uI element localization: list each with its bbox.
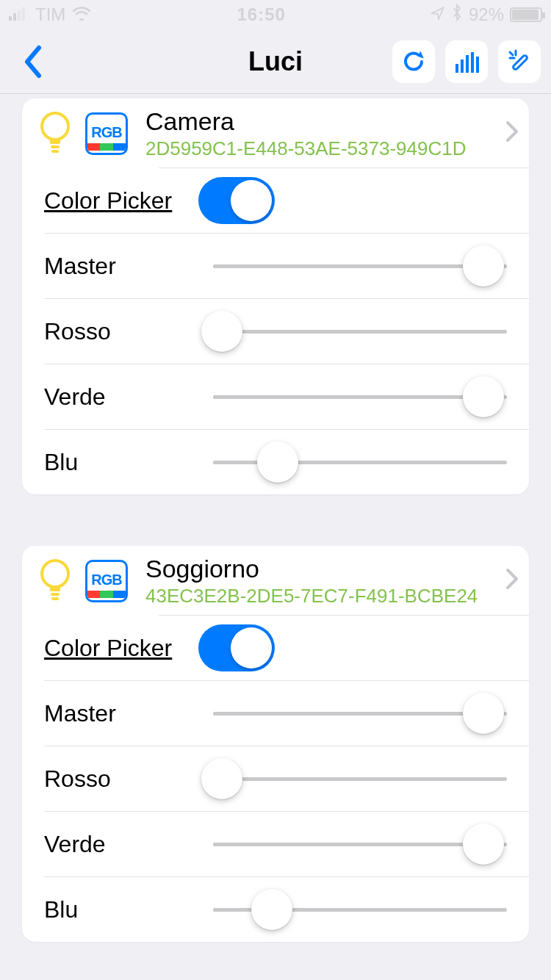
- slider[interactable]: [213, 244, 507, 288]
- master-row: Master: [22, 681, 529, 746]
- wand-button[interactable]: [498, 40, 541, 83]
- master-row: Master: [22, 234, 529, 298]
- svg-rect-15: [51, 145, 60, 148]
- color-picker-toggle[interactable]: [198, 624, 275, 671]
- status-right: 92%: [431, 4, 542, 26]
- battery-pct: 92%: [469, 4, 504, 25]
- verde-row: Verde: [22, 812, 529, 876]
- status-left: TIM: [9, 4, 92, 25]
- nav-actions: [392, 40, 541, 83]
- blu-row: Blu: [22, 877, 529, 942]
- blu-row: Blu: [22, 430, 529, 494]
- slider[interactable]: [213, 309, 507, 353]
- svg-rect-1: [13, 13, 16, 21]
- device-icons: RGB: [37, 558, 128, 605]
- page-title: Luci: [248, 46, 303, 77]
- bulb-icon: [37, 558, 73, 605]
- device-icons: RGB: [37, 110, 128, 157]
- slider-label-rosso: Rosso: [44, 765, 198, 793]
- device-card: RGBSoggiorno43EC3E2B-2DE5-7EC7-F491-BCBE…: [22, 546, 529, 942]
- svg-rect-9: [512, 54, 527, 70]
- device-id: 43EC3E2B-2DE5-7EC7-F491-BCBE24: [145, 585, 514, 608]
- svg-line-12: [510, 52, 513, 55]
- slider[interactable]: [213, 887, 507, 932]
- slider-label-blu: Blu: [44, 449, 198, 476]
- nav-bar: Luci: [0, 29, 551, 94]
- status-time: 16:50: [237, 4, 285, 25]
- slider-label-verde: Verde: [44, 831, 198, 858]
- svg-rect-4: [455, 64, 458, 73]
- bulb-icon: [37, 110, 73, 157]
- slider[interactable]: [213, 440, 507, 484]
- status-bar: TIM 16:50 92%: [0, 0, 551, 29]
- svg-rect-19: [51, 593, 60, 596]
- device-name: Soggiorno: [145, 555, 514, 583]
- device-header[interactable]: RGBSoggiorno43EC3E2B-2DE5-7EC7-F491-BCBE…: [22, 546, 529, 615]
- chevron-right-icon: [505, 120, 519, 145]
- rgb-icon-label: RGB: [91, 124, 121, 141]
- svg-rect-20: [51, 597, 59, 600]
- slider[interactable]: [213, 691, 507, 735]
- slider-label-blu: Blu: [44, 896, 198, 923]
- bluetooth-icon: [451, 4, 463, 26]
- svg-rect-5: [461, 60, 464, 73]
- svg-point-13: [42, 113, 68, 140]
- slider-label-rosso: Rosso: [44, 318, 198, 345]
- svg-rect-6: [466, 55, 469, 73]
- color-picker-row: Color Picker: [22, 168, 529, 233]
- levels-button[interactable]: [445, 40, 488, 83]
- color-picker-link[interactable]: Color Picker: [44, 635, 198, 662]
- color-picker-toggle[interactable]: [198, 177, 275, 224]
- device-card: RGBCamera2D5959C1-E448-53AE-5373-949C1DC…: [22, 98, 529, 494]
- svg-rect-7: [471, 52, 474, 73]
- content: RGBCamera2D5959C1-E448-53AE-5373-949C1DC…: [0, 98, 551, 942]
- carrier-label: TIM: [35, 4, 65, 25]
- svg-point-17: [42, 561, 68, 587]
- rgb-icon: RGB: [85, 112, 128, 155]
- svg-rect-3: [22, 7, 25, 21]
- svg-rect-8: [476, 57, 479, 73]
- color-picker-link[interactable]: Color Picker: [44, 187, 198, 215]
- location-icon: [431, 4, 445, 25]
- svg-rect-18: [50, 587, 60, 591]
- slider-label-master: Master: [44, 700, 198, 727]
- device-header[interactable]: RGBCamera2D5959C1-E448-53AE-5373-949C1D: [22, 98, 529, 167]
- slider-label-master: Master: [44, 253, 198, 280]
- rgb-icon: RGB: [85, 560, 128, 602]
- svg-rect-16: [51, 150, 59, 153]
- refresh-button[interactable]: [392, 40, 435, 83]
- device-id: 2D5959C1-E448-53AE-5373-949C1D: [145, 137, 514, 160]
- color-picker-row: Color Picker: [22, 616, 529, 680]
- wifi-icon: [71, 4, 92, 25]
- rosso-row: Rosso: [22, 746, 529, 811]
- device-name: Camera: [145, 107, 514, 136]
- rosso-row: Rosso: [22, 299, 529, 364]
- svg-rect-14: [50, 140, 60, 144]
- verde-row: Verde: [22, 364, 529, 429]
- slider[interactable]: [213, 375, 507, 419]
- slider-label-verde: Verde: [44, 383, 198, 411]
- svg-rect-0: [9, 16, 12, 21]
- battery-icon: [510, 7, 542, 22]
- signal-icon: [9, 4, 29, 25]
- back-button[interactable]: [15, 43, 51, 80]
- chevron-right-icon: [505, 568, 519, 593]
- svg-rect-2: [18, 10, 21, 21]
- slider[interactable]: [213, 757, 507, 801]
- slider[interactable]: [213, 822, 507, 866]
- rgb-icon-label: RGB: [91, 572, 121, 588]
